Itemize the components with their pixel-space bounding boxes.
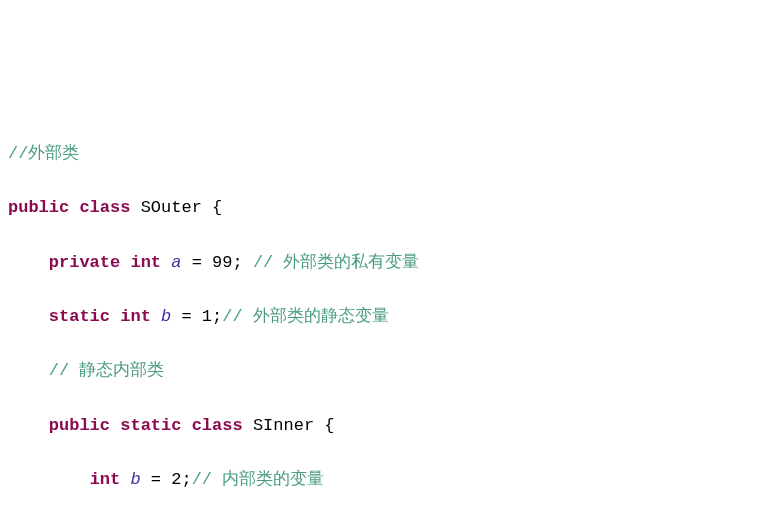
field-name: b (161, 307, 171, 326)
code-line: int b = 2;// 内部类的变量 (8, 466, 755, 493)
brace: { (202, 198, 222, 217)
keyword-static: static (49, 307, 110, 326)
keyword-class: class (79, 198, 130, 217)
operator: = (141, 470, 172, 489)
brace: { (314, 416, 334, 435)
comment: //外部类 (8, 144, 79, 163)
code-line: // 静态内部类 (8, 357, 755, 384)
number-literal: 2 (171, 470, 181, 489)
number-literal: 1 (202, 307, 212, 326)
number-literal: 99 (212, 253, 232, 272)
keyword-class: class (192, 416, 243, 435)
keyword-public: public (49, 416, 110, 435)
semicolon: ; (232, 253, 252, 272)
keyword-public: public (8, 198, 69, 217)
comment: // 静态内部类 (49, 361, 165, 380)
code-line: public class SOuter { (8, 194, 755, 221)
code-line: static int b = 1;// 外部类的静态变量 (8, 303, 755, 330)
code-line: private int a = 99; // 外部类的私有变量 (8, 249, 755, 276)
comment: // 内部类的变量 (192, 470, 325, 489)
keyword-int: int (130, 253, 161, 272)
class-name: SInner (253, 416, 314, 435)
keyword-int: int (120, 307, 151, 326)
comment: // 外部类的私有变量 (253, 253, 420, 272)
field-name: b (130, 470, 140, 489)
code-block: //外部类 public class SOuter { private int … (8, 113, 755, 511)
class-name: SOuter (141, 198, 202, 217)
semicolon: ; (181, 470, 191, 489)
field-name: a (171, 253, 181, 272)
comment: // 外部类的静态变量 (222, 307, 389, 326)
keyword-static: static (120, 416, 181, 435)
operator: = (171, 307, 202, 326)
keyword-private: private (49, 253, 120, 272)
keyword-int: int (90, 470, 121, 489)
code-line: public static class SInner { (8, 412, 755, 439)
semicolon: ; (212, 307, 222, 326)
operator: = (181, 253, 212, 272)
code-line: //外部类 (8, 140, 755, 167)
